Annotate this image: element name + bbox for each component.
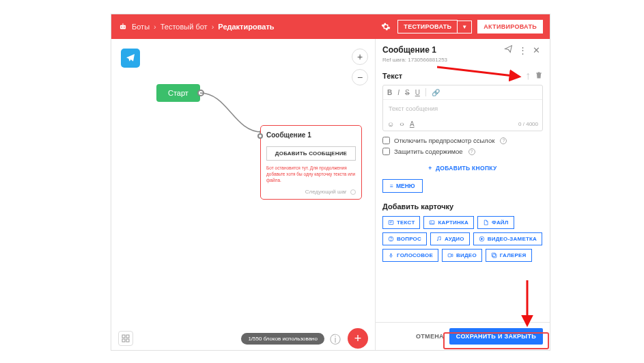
- chevron-right-icon: ›: [154, 23, 156, 31]
- svg-point-15: [391, 240, 391, 241]
- protect-content-checkbox[interactable]: Защитить содержимое ?: [382, 148, 543, 155]
- info-icon[interactable]: ⓘ: [330, 333, 341, 344]
- disable-preview-checkbox[interactable]: Отключить предпросмотр ссылок ?: [382, 137, 543, 144]
- svg-rect-3: [122, 23, 123, 25]
- breadcrumb-bot-name[interactable]: Тестовый бот: [160, 23, 208, 31]
- app-header: Боты › Тестовый бот › Редактировать ТЕСТ…: [111, 14, 550, 39]
- svg-rect-8: [126, 339, 129, 342]
- card-question-button[interactable]: ВОПРОС: [382, 232, 427, 245]
- telegram-channel-icon[interactable]: [121, 49, 140, 68]
- add-node-fab[interactable]: +: [348, 328, 368, 349]
- flow-edge: [200, 91, 268, 139]
- svg-point-13: [431, 221, 432, 222]
- svg-rect-7: [122, 339, 125, 342]
- card-gallery-button[interactable]: ГАЛЕРЕЯ: [486, 249, 532, 262]
- disable-preview-input[interactable]: [382, 137, 390, 144]
- bot-logo-icon: [118, 22, 128, 31]
- italic-button[interactable]: I: [397, 89, 400, 96]
- add-card-title: Добавить карточку: [382, 202, 543, 211]
- save-close-button[interactable]: СОХРАНИТЬ И ЗАКРЫТЬ: [449, 328, 543, 345]
- start-node-label: Старт: [168, 89, 188, 97]
- svg-rect-0: [120, 25, 126, 29]
- message-node-output-port[interactable]: [350, 189, 356, 195]
- help-icon[interactable]: ?: [468, 148, 475, 155]
- more-icon[interactable]: ⋮: [516, 45, 530, 55]
- test-dropdown-button[interactable]: ▼: [458, 21, 472, 33]
- breadcrumb-current: Редактировать: [218, 23, 274, 31]
- send-icon[interactable]: [501, 44, 516, 55]
- card-text-button[interactable]: ТЕКСТ: [382, 216, 420, 229]
- svg-rect-6: [126, 335, 129, 338]
- card-image-button[interactable]: КАРТИНКА: [423, 216, 474, 229]
- zoom-out-button[interactable]: −: [352, 69, 368, 85]
- panel-footer: ОТМЕНА СОХРАНИТЬ И ЗАКРЫТЬ: [376, 322, 550, 350]
- strike-button[interactable]: S: [405, 89, 410, 96]
- text-color-button[interactable]: A: [410, 120, 415, 128]
- breadcrumb-bots[interactable]: Боты: [132, 23, 150, 31]
- svg-rect-21: [448, 254, 451, 257]
- move-up-icon[interactable]: ↑: [525, 70, 531, 82]
- message-node[interactable]: Сообщение 1 ДОБАВИТЬ СООБЩЕНИЕ Бот остан…: [260, 125, 362, 200]
- editor-toolbar: B I S U 🔗: [383, 85, 542, 100]
- code-button[interactable]: ‹›: [400, 120, 404, 128]
- editor-textarea[interactable]: Текст сообщения: [383, 100, 542, 118]
- side-panel: Сообщение 1 ⋮ ✕ Ref шага: 1730566881253 …: [375, 39, 550, 350]
- card-file-button[interactable]: ФАЙЛ: [477, 216, 514, 229]
- flow-canvas[interactable]: + − Старт Сообщение 1 ДОБАВИТЬ СООБЩЕНИЕ…: [111, 39, 375, 350]
- svg-point-16: [437, 240, 438, 241]
- close-icon[interactable]: ✕: [530, 45, 543, 55]
- svg-rect-5: [122, 335, 125, 338]
- card-video-button[interactable]: ВИДЕО: [442, 249, 482, 262]
- panel-title: Сообщение 1: [382, 45, 436, 55]
- svg-point-1: [121, 27, 122, 28]
- blocks-counter: 1/550 блоков использовано: [241, 333, 324, 345]
- canvas-bottom-bar: 1/550 блоков использовано ⓘ +: [111, 327, 375, 350]
- add-keyboard-button[interactable]: + ДОБАВИТЬ КНОПКУ: [382, 165, 543, 172]
- activate-button[interactable]: АКТИВИРОВАТЬ: [477, 20, 543, 33]
- gear-icon[interactable]: [381, 22, 391, 31]
- svg-point-2: [124, 27, 125, 28]
- message-node-warning: Бот остановится тут. Для продолжения доб…: [266, 165, 356, 183]
- next-step-label: Следующий шаг: [266, 189, 356, 195]
- char-counter: 0 / 4000: [518, 121, 538, 127]
- message-node-title: Сообщение 1: [266, 131, 356, 139]
- help-icon[interactable]: ?: [500, 137, 507, 144]
- text-editor: B I S U 🔗 Текст сообщения ☺ ‹› A 0 / 400…: [382, 85, 543, 131]
- menu-button[interactable]: ≡ МЕНЮ: [382, 179, 423, 193]
- zoom-in-button[interactable]: +: [352, 49, 368, 65]
- start-node-output-port[interactable]: [197, 90, 204, 96]
- emoji-button[interactable]: ☺: [387, 120, 394, 128]
- svg-rect-23: [492, 253, 495, 256]
- protect-content-input[interactable]: [382, 148, 390, 155]
- chevron-right-icon: ›: [212, 23, 214, 31]
- cancel-button[interactable]: ОТМЕНА: [416, 333, 444, 340]
- card-audio-button[interactable]: АУДИО: [430, 232, 470, 245]
- ref-step: Ref шага: 1730566881253: [382, 57, 543, 63]
- bold-button[interactable]: B: [387, 89, 392, 96]
- message-node-input-port[interactable]: [257, 133, 263, 139]
- underline-button[interactable]: U: [415, 89, 420, 96]
- start-node[interactable]: Старт: [156, 84, 200, 102]
- grid-toggle-button[interactable]: [118, 331, 133, 346]
- svg-marker-19: [481, 238, 482, 240]
- add-message-button[interactable]: ДОБАВИТЬ СООБЩЕНИЕ: [266, 146, 356, 161]
- test-button[interactable]: ТЕСТИРОВАТЬ: [397, 20, 458, 33]
- svg-point-17: [440, 239, 441, 241]
- trash-icon[interactable]: [535, 70, 543, 82]
- svg-rect-22: [492, 254, 496, 258]
- link-button[interactable]: 🔗: [432, 89, 440, 96]
- text-section-label: Текст: [382, 72, 525, 80]
- card-voice-button[interactable]: ГОЛОСОВОЕ: [382, 249, 438, 262]
- card-videonote-button[interactable]: ВИДЕО-ЗАМЕТКА: [473, 232, 542, 245]
- svg-rect-20: [391, 254, 392, 256]
